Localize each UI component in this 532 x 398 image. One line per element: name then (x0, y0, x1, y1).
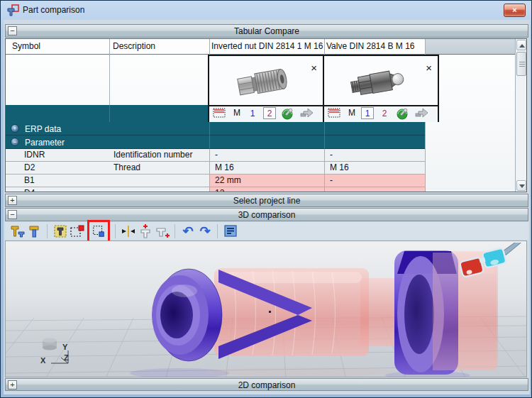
section-bar-select-project-line[interactable]: + Select project line (5, 194, 528, 207)
clamp-add-bottom-icon[interactable] (154, 223, 171, 240)
col-divider (425, 39, 426, 55)
m-label[interactable]: M (233, 108, 240, 118)
group-row-parameter[interactable]: − Parameter (6, 136, 425, 149)
m-label[interactable]: M (348, 108, 355, 118)
row-description: Identification number (113, 149, 206, 161)
row-symbol: D2 (24, 162, 106, 174)
part1-view1-button[interactable]: 1 (246, 107, 259, 119)
part1-mini-toolbar: M 1 2 (209, 106, 323, 122)
viewport-3d[interactable]: Y Z X (5, 241, 527, 377)
row-description (113, 175, 206, 187)
row-value-part1: - (209, 149, 324, 161)
scroll-down-button[interactable] (516, 180, 526, 191)
axis-label-y: Y (62, 343, 67, 351)
row-value-part2 (324, 187, 425, 192)
part2-mini-toolbar: M 1 2 (324, 106, 438, 122)
scroll-up-button[interactable] (516, 40, 526, 50)
align-parts-icon[interactable] (120, 223, 137, 240)
section-title-tabular: Tabular Compare (6, 26, 528, 36)
section-title-3d: 3D comparison (6, 210, 528, 220)
undo-icon[interactable]: ↶ (179, 223, 196, 240)
section-bar-tabular-compare[interactable]: − Tabular Compare (5, 24, 528, 38)
part-comparison-window: Part comparison × − Tabular Compare Symb… (0, 0, 532, 398)
table-row-d4-clipped[interactable]: D4 12 (6, 187, 425, 192)
col-divider (109, 39, 110, 55)
section-bar-2d-comparison[interactable]: + 2D comparison (5, 378, 528, 391)
frame-part-red-icon[interactable] (69, 223, 86, 240)
transfer-icon[interactable] (415, 108, 428, 118)
col-divider (324, 136, 325, 149)
row-value-part2: M 16 (324, 162, 425, 174)
dimension-preview-icon[interactable] (213, 108, 227, 118)
part2-thumbnail[interactable] (343, 60, 414, 103)
axis-label-z: Z (64, 353, 69, 362)
titlebar[interactable]: Part comparison × (1, 1, 531, 20)
toggle-part-2-icon[interactable] (26, 223, 43, 240)
col-divider (209, 136, 210, 149)
part2-cell: × M 1 2 (323, 55, 439, 122)
toolbar-row-left-filler (6, 105, 208, 122)
anaglyph-glasses-icon (458, 243, 527, 287)
group-label: ERP data (25, 124, 61, 134)
col-divider (324, 39, 325, 55)
group-label: Parameter (25, 138, 65, 148)
row-description: Thread (113, 162, 206, 174)
group-row-erp-data[interactable]: + ERP data (6, 122, 425, 136)
table-row-d2[interactable]: D2 Thread M 16 M 16 (6, 162, 425, 175)
collapse-parameter-button[interactable]: − (11, 138, 19, 146)
remove-part2-button[interactable]: × (426, 63, 432, 73)
overlay-compare-icon[interactable] (52, 223, 69, 240)
part2-view2-button[interactable]: 2 (378, 107, 391, 119)
comparison-table: Symbol Description Inverted nut DIN 2814… (5, 38, 527, 192)
row-value-part2: - (324, 149, 425, 161)
toolbar-3d: ↶ ↷ (5, 222, 528, 240)
part-comparison-icon (7, 4, 19, 16)
row-value-part1: M 16 (209, 162, 324, 174)
row-value-part2: - (324, 175, 425, 187)
section-title-select-project: Select project line (6, 196, 528, 206)
row-value-part1: 22 mm (209, 175, 324, 187)
part1-view2-button[interactable]: 2 (263, 107, 276, 119)
window-title: Part comparison (23, 5, 84, 15)
down-arrow-icon (519, 184, 525, 188)
anaglyph-view-icon[interactable] (222, 223, 239, 240)
row-value-part1: 12 (209, 187, 324, 192)
section-title-2d: 2D comparison (6, 380, 528, 390)
dimension-preview-icon[interactable] (328, 108, 342, 118)
configure-icon[interactable] (397, 108, 409, 120)
col-divider (324, 122, 325, 136)
axis-label-x: X (40, 356, 45, 365)
part2-view1-button[interactable]: 1 (361, 107, 374, 119)
toolbar-separator (115, 224, 116, 238)
section-bar-3d-comparison[interactable]: − 3D comparison (5, 208, 528, 221)
col-header-description: Description (113, 41, 155, 51)
part1-thumbnail[interactable] (232, 60, 303, 103)
toolbar-separator (217, 224, 218, 238)
dialog-client-area: − Tabular Compare Symbol Description Inv… (4, 20, 530, 394)
toggle-part-1-icon[interactable] (9, 223, 26, 240)
clamp-add-top-icon[interactable] (137, 223, 154, 240)
scene-3d (6, 241, 527, 377)
expand-erp-button[interactable]: + (11, 124, 19, 133)
col-divider (425, 122, 426, 192)
row-symbol: B1 (24, 175, 106, 187)
frame-part-blue-icon[interactable] (90, 223, 107, 240)
remove-part1-button[interactable]: × (311, 63, 317, 73)
toolbar-separator (174, 224, 176, 238)
scrollbar-thumb[interactable] (516, 52, 526, 76)
col-header-part2: Valve DIN 2814 B M 16 (326, 41, 415, 51)
configure-icon[interactable] (282, 108, 294, 120)
close-button[interactable]: × (504, 4, 526, 17)
col-header-part1: Inverted nut DIN 2814 1 M 16 (211, 41, 323, 51)
table-row-idnr[interactable]: IDNR Identification number - - (6, 149, 425, 162)
redo-icon[interactable]: ↷ (196, 223, 214, 240)
undo-glyph: ↶ (182, 225, 193, 238)
up-arrow-icon (519, 44, 525, 48)
redo-glyph: ↷ (199, 225, 210, 238)
col-divider (209, 122, 210, 136)
transfer-icon[interactable] (300, 108, 314, 118)
table-scrollbar[interactable] (515, 39, 526, 192)
row-symbol: IDNR (24, 149, 106, 161)
col-divider (209, 39, 210, 55)
table-row-b1[interactable]: B1 22 mm - (6, 175, 425, 187)
